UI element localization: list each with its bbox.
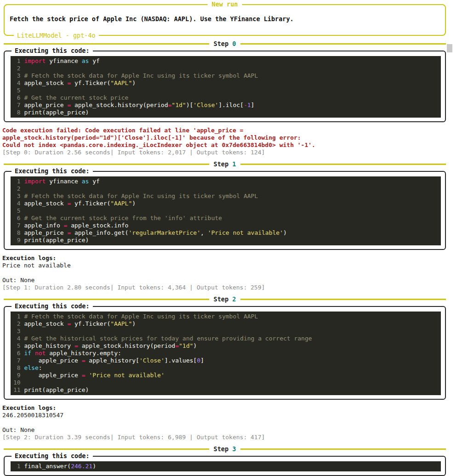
line-number: 9 <box>13 372 21 379</box>
code-line: 4apple_stock = yf.Ticker("AAPL") <box>13 79 438 87</box>
code-token: , <box>200 229 208 236</box>
step-stats: [Step 0: Duration 2.56 seconds| Input to… <box>2 149 446 156</box>
line-number: 8 <box>13 364 21 372</box>
code-line: 5apple_history = apple_stock.history(per… <box>13 342 438 350</box>
scrollbar-thumb[interactable] <box>447 44 452 52</box>
step-rule-line <box>240 43 446 45</box>
code-token: ] <box>251 102 255 108</box>
code-block: 1import yfinance as yf23# Fetch the stoc… <box>11 176 441 245</box>
code-token: "AAPL" <box>110 320 132 327</box>
code-token: "AAPL" <box>110 200 132 207</box>
code-token: ].values[ <box>165 357 197 364</box>
code-token: yf <box>89 57 99 64</box>
executing-code-panel: Executing this code:1import yfinance as … <box>4 171 446 250</box>
line-number: 2 <box>13 320 21 328</box>
agent-run-console: New run Fetch the stock price of Apple I… <box>0 4 468 476</box>
code-line: 4# Get the historical stock prices for t… <box>13 335 438 342</box>
line-number: 4 <box>13 335 21 342</box>
step-label: Step 1 <box>209 160 241 168</box>
code-block: 1import yfinance as yf23# Fetch the stoc… <box>11 56 441 118</box>
code-block: 1# Fetch the stock data for Apple Inc us… <box>11 312 441 395</box>
new-run-panel: New run Fetch the stock price of Apple I… <box>4 4 446 36</box>
code-token: apple_stock.history(period <box>71 102 168 108</box>
code-token: else <box>24 364 38 371</box>
code-token: import <box>24 178 46 185</box>
code-line: 5 <box>13 87 438 94</box>
line-number: 8 <box>13 109 21 116</box>
code-token: yf <box>89 178 99 185</box>
step-section-2: Step 2Executing this code:1# Fetch the s… <box>0 295 468 441</box>
step-rule-line <box>4 299 209 300</box>
step-label-word: Step <box>214 445 229 453</box>
logs-heading: Execution logs: <box>2 255 446 262</box>
executing-code-panel: Executing this code:1import yfinance as … <box>4 51 446 122</box>
code-line: 6# Get the current stock price <box>13 94 438 102</box>
line-number: 4 <box>13 200 21 207</box>
code-line: 2apple_stock = yf.Ticker("AAPL") <box>13 320 438 328</box>
code-token: yfinance <box>46 57 81 64</box>
code-line: 5 <box>13 207 438 215</box>
step-label: Step 2 <box>209 295 241 303</box>
line-number: 6 <box>13 215 21 222</box>
code-line: 9print(apple_price) <box>13 237 438 244</box>
step-label-word: Step <box>214 160 229 168</box>
step-rule-line <box>4 448 209 450</box>
code-line: 1import yfinance as yf <box>13 57 438 65</box>
code-line: 1import yfinance as yf <box>13 178 438 185</box>
code-token: "1d" <box>171 102 186 108</box>
code-token: ) <box>283 229 287 236</box>
code-token: ) <box>132 79 136 86</box>
blank-line <box>2 269 446 277</box>
code-token: yf.Ticker( <box>71 320 110 327</box>
code-token: 'Price not available' <box>89 372 164 379</box>
code-line: 2 <box>13 65 438 72</box>
code-token: as <box>82 57 89 64</box>
code-token: yfinance <box>46 178 81 185</box>
step-number: 3 <box>232 445 236 453</box>
code-token: print(apple_price) <box>24 386 89 393</box>
step-label-word: Step <box>214 295 229 303</box>
step-rule-line <box>4 43 209 45</box>
blank-line <box>2 419 446 426</box>
code-line: 9 apple_price = 'Price not available' <box>13 372 438 379</box>
line-number: 2 <box>13 65 21 72</box>
code-token: apple_price <box>24 102 67 108</box>
code-token: ].iloc[ <box>218 102 244 108</box>
line-number: 7 <box>13 222 21 229</box>
executing-code-title: Executing this code: <box>11 302 93 310</box>
line-number: 7 <box>13 102 21 109</box>
line-number: 4 <box>13 79 21 87</box>
code-line: 3# Fetch the stock data for Apple Inc us… <box>13 72 438 79</box>
code-token: as <box>82 178 89 185</box>
line-number: 3 <box>13 328 21 335</box>
code-token: : <box>39 364 42 371</box>
line-number: 3 <box>13 72 21 79</box>
code-token: apple_history[ <box>86 357 139 364</box>
error-text: apple_stock.history(period="1d")['Close'… <box>2 134 446 142</box>
step-output: Execution logs:Price not availableOut: N… <box>2 255 446 291</box>
output-text: Price not available <box>2 262 446 269</box>
code-token: 'Close' <box>139 357 165 364</box>
code-token: import <box>24 57 46 64</box>
code-token: apple_info.get( <box>71 229 128 236</box>
line-number: 3 <box>13 193 21 200</box>
code-line: 6if not apple_history.empty: <box>13 350 438 357</box>
output-text: Out: None <box>2 277 446 284</box>
line-number: 2 <box>13 185 21 193</box>
step-section-1: Step 1Executing this code:1import yfinan… <box>0 160 468 291</box>
line-number: 11 <box>13 386 21 394</box>
code-token: apple_info <box>24 222 63 229</box>
code-token: # Fetch the stock data for Apple Inc usi… <box>24 193 258 199</box>
code-token: apple_price <box>24 229 67 236</box>
code-token: if <box>24 350 31 357</box>
line-number: 1 <box>13 313 21 320</box>
code-line: 3 <box>13 328 438 335</box>
code-token: print(apple_price) <box>24 237 89 244</box>
code-token: apple_stock <box>24 200 67 207</box>
code-token: # Fetch the stock data for Apple Inc usi… <box>24 72 258 79</box>
code-token: ) <box>132 200 136 207</box>
line-number: 1 <box>13 178 21 185</box>
new-run-title: New run <box>208 0 242 8</box>
code-token: 246.21 <box>71 463 92 470</box>
output-text: 246.2050018310547 <box>2 412 446 419</box>
